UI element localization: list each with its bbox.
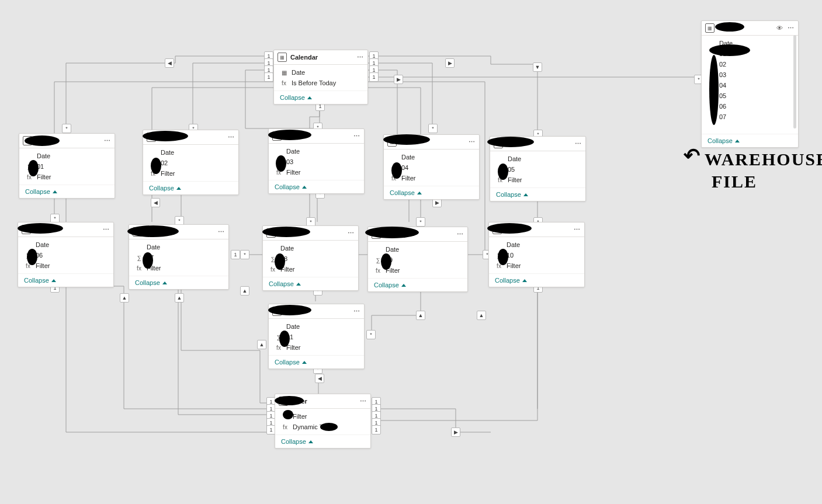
field-label: Filter: [280, 266, 352, 273]
field-label: Date: [280, 245, 352, 252]
field-label: Filter: [147, 265, 223, 272]
field-label: 06: [719, 103, 792, 110]
card-arrow: ▲: [257, 340, 266, 349]
field-label: Date: [147, 244, 223, 251]
more-icon[interactable]: ⋯: [353, 308, 360, 315]
collapse-button[interactable]: Collapse: [281, 438, 313, 445]
card-arrow: ◀: [151, 198, 160, 207]
field-label: 04: [401, 164, 473, 171]
field-label: Filter: [161, 170, 233, 177]
more-icon[interactable]: ⋯: [575, 140, 582, 148]
collapse-button[interactable]: Collapse: [149, 185, 181, 192]
more-icon[interactable]: ⋯: [457, 231, 464, 238]
collapse-button[interactable]: Collapse: [275, 359, 307, 366]
card-arrow: ▲: [175, 293, 184, 303]
field-label: Date: [286, 148, 358, 155]
collapse-button[interactable]: Collapse: [280, 94, 312, 101]
field-icon: [25, 152, 33, 160]
field-row[interactable]: Date: [129, 242, 228, 252]
collapse-button[interactable]: Collapse: [25, 188, 57, 195]
field-row[interactable]: Date: [143, 147, 238, 158]
field-icon: [24, 241, 32, 249]
card-arrow: ▲: [477, 311, 486, 320]
field-label: Date: [508, 155, 580, 162]
field-row[interactable]: Date: [263, 243, 358, 253]
redaction: [487, 223, 532, 234]
collapse-button[interactable]: Collapse: [24, 277, 56, 284]
redaction: [709, 55, 719, 125]
field-row[interactable]: Date: [384, 152, 479, 162]
redaction: [127, 225, 179, 237]
redaction: [715, 22, 744, 32]
field-label: Filter: [286, 344, 358, 351]
card-arrow: ◀: [165, 58, 174, 68]
field-icon: fx: [281, 423, 289, 431]
more-icon[interactable]: ⋯: [218, 228, 225, 236]
field-label: 04: [719, 82, 792, 89]
more-icon[interactable]: ⋯: [348, 230, 355, 237]
more-icon[interactable]: ⋯: [469, 138, 476, 146]
field-label: 10: [507, 252, 578, 259]
field-label: Date: [37, 152, 109, 159]
redaction: [365, 227, 419, 238]
card-one: 1: [231, 250, 240, 259]
field-icon: [269, 244, 277, 252]
field-label: 11: [286, 333, 358, 340]
card-arrow: ▶: [445, 58, 455, 68]
more-icon[interactable]: ⋯: [104, 137, 111, 145]
redaction: [279, 331, 290, 347]
more-icon[interactable]: ⋯: [228, 134, 235, 141]
more-icon[interactable]: ⋯: [574, 226, 581, 234]
collapse-button[interactable]: Collapse: [496, 191, 528, 198]
field-row[interactable]: Date: [490, 154, 585, 164]
redaction: [709, 44, 750, 56]
field-row[interactable]: fxIs Before Today: [274, 78, 367, 88]
collapse-button[interactable]: Collapse: [707, 137, 740, 144]
redaction: [383, 134, 430, 145]
field-row[interactable]: ▦Date: [274, 67, 367, 78]
field-label: 09: [386, 256, 462, 263]
redaction: [28, 160, 39, 176]
field-label: Date: [386, 246, 462, 253]
field-icon: [135, 243, 143, 251]
field-label: Filter: [508, 176, 580, 183]
field-icon: [495, 241, 503, 249]
collapse-button[interactable]: Collapse: [269, 280, 301, 287]
field-icon: [374, 245, 382, 253]
field-icon: [275, 322, 283, 331]
redaction: [18, 223, 63, 234]
field-label: Date: [161, 149, 233, 156]
field-label: Filter: [286, 169, 358, 176]
scrollbar[interactable]: [793, 35, 796, 128]
field-label: 03: [719, 71, 792, 78]
eye-icon[interactable]: 👁: [776, 25, 783, 32]
field-icon: fx: [280, 79, 288, 87]
more-icon[interactable]: ⋯: [357, 54, 364, 61]
field-icon: fx: [374, 266, 382, 274]
redaction: [381, 253, 391, 270]
redaction: [498, 249, 508, 265]
card-one: 1: [264, 72, 273, 82]
card-arrow: ▼: [533, 62, 542, 72]
collapse-button[interactable]: Collapse: [275, 183, 307, 190]
field-label: Filter: [386, 267, 462, 274]
field-icon: [496, 155, 504, 163]
field-icon: [275, 147, 283, 155]
field-label: Date: [292, 69, 362, 76]
collapse-button[interactable]: Collapse: [374, 281, 406, 289]
field-row[interactable]: Date: [368, 244, 467, 255]
more-icon[interactable]: ⋯: [788, 25, 795, 32]
collapse-button[interactable]: Collapse: [390, 189, 422, 196]
redaction: [25, 135, 60, 146]
field-row[interactable]: Date: [269, 146, 364, 157]
table-calendar[interactable]: ▦ Calendar ⋯ ▦DatefxIs Before Today Coll…: [273, 50, 368, 105]
collapse-button[interactable]: Collapse: [135, 279, 167, 286]
card-star: *: [428, 124, 438, 133]
more-icon[interactable]: ⋯: [360, 398, 367, 405]
redaction: [275, 396, 304, 405]
more-icon[interactable]: ⋯: [103, 226, 110, 234]
more-icon[interactable]: ⋯: [353, 133, 360, 140]
collapse-button[interactable]: Collapse: [495, 277, 527, 284]
field-icon: ∑: [135, 253, 143, 262]
card-star: *: [62, 124, 71, 133]
